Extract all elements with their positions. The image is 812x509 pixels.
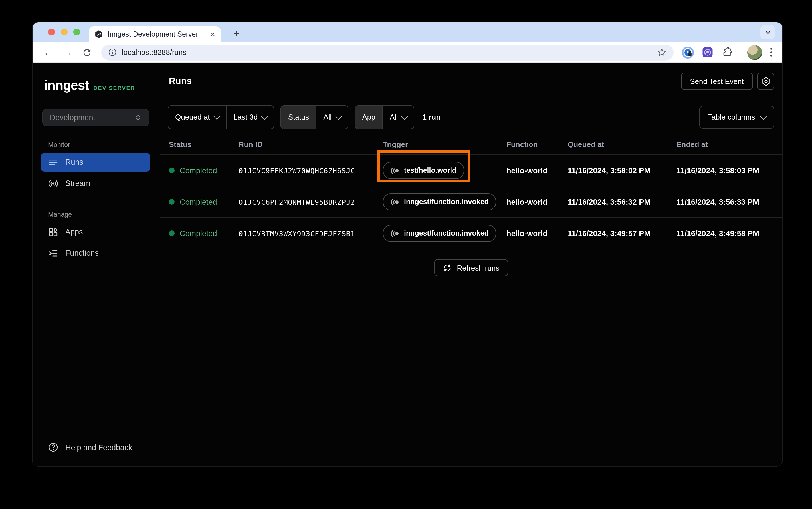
- sidebar-item-label: Apps: [65, 228, 83, 236]
- run-id-cell[interactable]: 01JCVC6PF2MQNMTWE95BBRZPJ2: [239, 198, 383, 206]
- refresh-icon: [443, 263, 452, 272]
- browser-menu-icon[interactable]: [770, 48, 772, 57]
- column-header-queued-at: Queued at: [567, 140, 676, 149]
- sidebar-item-stream[interactable]: Stream: [41, 174, 150, 193]
- ended-at-cell: 11/16/2024, 3:49:58 PM: [676, 229, 782, 238]
- url-text[interactable]: localhost:8288/runs: [122, 48, 657, 57]
- function-cell[interactable]: hello-world: [507, 229, 567, 238]
- table-columns-button[interactable]: Table columns: [699, 105, 774, 128]
- settings-gear-icon: [761, 76, 771, 86]
- refresh-label: Refresh runs: [457, 263, 499, 272]
- app-filter-value: All: [390, 113, 398, 121]
- trigger-pill[interactable]: inngest/function.invoked: [383, 193, 496, 210]
- window-controls[interactable]: [48, 29, 80, 35]
- send-test-event-button[interactable]: Send Test Event: [681, 73, 753, 90]
- address-bar[interactable]: localhost:8288/runs: [101, 44, 674, 60]
- bookmark-star-icon[interactable]: [657, 47, 667, 57]
- filter-bar: Queued at Last 3d Status Al: [160, 100, 782, 134]
- run-id-cell[interactable]: 01JCVC9EFKJ2W70WQHC6ZH6SJC: [239, 166, 383, 175]
- column-header-status: Status: [160, 140, 239, 149]
- main-panel: Runs Send Test Event: [160, 63, 782, 466]
- tab-search-chevron-button[interactable]: [760, 25, 775, 39]
- browser-tab[interactable]: Inngest Development Server ×: [89, 26, 221, 42]
- profile-avatar[interactable]: [747, 45, 762, 60]
- close-window-button[interactable]: [48, 29, 55, 35]
- event-signal-icon: [390, 197, 400, 207]
- extensions-puzzle-icon[interactable]: [720, 46, 733, 59]
- forward-icon[interactable]: →: [61, 45, 74, 59]
- ended-at-cell: 11/16/2024, 3:56:33 PM: [676, 198, 782, 206]
- page-title: Runs: [169, 76, 192, 87]
- table-header-row: Status Run ID Trigger Function Queued at…: [160, 134, 782, 155]
- time-filter-group: Queued at Last 3d: [168, 105, 274, 129]
- status-label: Completed: [180, 166, 217, 175]
- run-id-cell[interactable]: 01JCVBTMV3WXY9D3CFDEJFZSB1: [239, 229, 383, 238]
- sidebar-item-runs[interactable]: Runs: [41, 153, 150, 172]
- app-filter-group: App All: [355, 105, 414, 129]
- app-filter-dropdown[interactable]: All: [382, 105, 414, 128]
- minimize-window-button[interactable]: [61, 29, 67, 35]
- status-label: Completed: [180, 198, 217, 206]
- site-info-icon[interactable]: [108, 48, 117, 57]
- chevron-down-icon: [764, 29, 771, 36]
- purple-extension-icon[interactable]: [701, 46, 714, 59]
- environment-selector-value: Development: [50, 113, 95, 122]
- time-range-dropdown[interactable]: Last 3d: [226, 105, 273, 128]
- chevron-down-icon: [214, 113, 220, 120]
- inngest-logo: inngest: [44, 78, 89, 93]
- password-manager-extension-icon[interactable]: [682, 46, 694, 59]
- page-header: Runs Send Test Event: [160, 63, 782, 100]
- time-field-label: Queued at: [175, 113, 210, 121]
- trigger-name: inngest/function.invoked: [404, 198, 489, 206]
- logo-row: inngest DEV SERVER: [33, 63, 160, 93]
- chevron-down-icon: [335, 113, 342, 120]
- refresh-row: Refresh runs: [160, 249, 782, 276]
- settings-button[interactable]: [757, 73, 774, 90]
- status-filter-dropdown[interactable]: All: [316, 105, 348, 128]
- reload-icon[interactable]: [80, 45, 94, 59]
- function-cell[interactable]: hello-world: [507, 166, 567, 175]
- column-header-run-id: Run ID: [239, 140, 383, 149]
- new-tab-button[interactable]: +: [229, 27, 243, 41]
- trigger-pill[interactable]: inngest/function.invoked: [383, 225, 496, 242]
- runs-icon: [48, 157, 58, 167]
- app-filter-label: App: [355, 105, 382, 128]
- table-row[interactable]: Completed 01JCVBTMV3WXY9D3CFDEJFZSB1 inn…: [160, 218, 782, 249]
- queued-at-cell: 11/16/2024, 3:49:57 PM: [567, 229, 676, 238]
- monitor-section-label: Monitor: [48, 141, 160, 148]
- table-row[interactable]: Completed 01JCVC6PF2MQNMTWE95BBRZPJ2 inn…: [160, 186, 782, 218]
- status-label: Completed: [180, 229, 217, 238]
- status-dot-icon: [169, 199, 174, 205]
- runs-table-body: Completed 01JCVC9EFKJ2W70WQHC6ZH6SJC tes…: [160, 155, 782, 249]
- chevron-down-icon: [401, 113, 408, 120]
- time-field-dropdown[interactable]: Queued at: [168, 105, 226, 128]
- refresh-runs-button[interactable]: Refresh runs: [434, 259, 508, 276]
- status-cell: Completed: [160, 166, 239, 175]
- time-range-label: Last 3d: [233, 113, 258, 121]
- manage-section-label: Manage: [48, 211, 160, 218]
- column-header-ended-at: Ended at: [676, 140, 782, 149]
- table-row[interactable]: Completed 01JCVC9EFKJ2W70WQHC6ZH6SJC tes…: [160, 155, 782, 186]
- environment-selector[interactable]: Development: [42, 109, 149, 126]
- apps-icon: [48, 227, 58, 237]
- trigger-cell: test/hello.world: [383, 162, 507, 179]
- sidebar-item-apps[interactable]: Apps: [41, 223, 150, 241]
- column-header-function: Function: [507, 140, 567, 149]
- sidebar-item-functions[interactable]: Functions: [41, 244, 150, 263]
- screen: Inngest Development Server × + ← →: [0, 0, 812, 509]
- browser-window: Inngest Development Server × + ← →: [33, 22, 782, 466]
- browser-tab-strip: Inngest Development Server × +: [33, 22, 782, 42]
- back-icon[interactable]: ←: [41, 45, 55, 59]
- chevron-down-icon: [760, 113, 767, 120]
- app-content: inngest DEV SERVER Development Monitor R…: [33, 63, 782, 466]
- stream-icon: [48, 178, 58, 189]
- tab-title: Inngest Development Server: [107, 30, 207, 38]
- help-icon: [48, 442, 58, 452]
- function-cell[interactable]: hello-world: [507, 198, 567, 206]
- help-and-feedback[interactable]: Help and Feedback: [33, 436, 160, 458]
- column-header-trigger: Trigger: [383, 140, 507, 149]
- close-tab-icon[interactable]: ×: [210, 30, 215, 38]
- maximize-window-button[interactable]: [73, 29, 80, 35]
- trigger-name: inngest/function.invoked: [404, 229, 489, 237]
- run-count: 1 run: [423, 113, 441, 121]
